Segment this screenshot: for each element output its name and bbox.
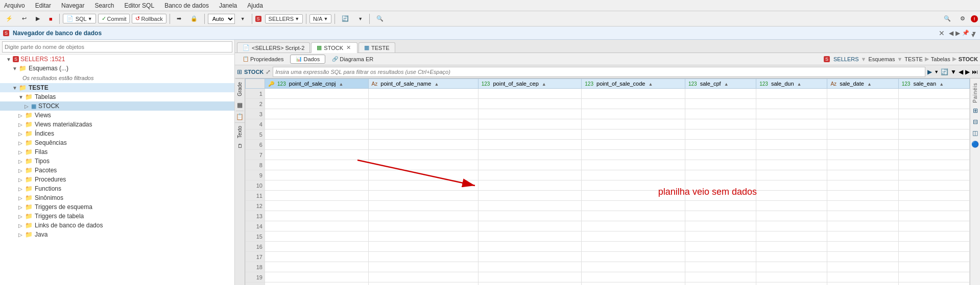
table-cell[interactable]: [478, 191, 582, 201]
texto-icon[interactable]: 🗒: [236, 141, 244, 151]
table-row[interactable]: 19: [246, 272, 970, 282]
table-cell[interactable]: [478, 180, 582, 191]
table-cell[interactable]: [582, 109, 685, 119]
table-cell[interactable]: [827, 150, 898, 160]
table-cell[interactable]: [685, 242, 756, 252]
breadcrumb-schemas[interactable]: Esquemas: [868, 56, 895, 62]
grid-view-icon[interactable]: ▦: [236, 99, 244, 111]
table-cell[interactable]: [756, 252, 827, 262]
grid-nav-right[interactable]: ▶: [965, 68, 970, 75]
table-cell[interactable]: [756, 242, 827, 252]
table-cell[interactable]: [756, 191, 827, 201]
tab-stock[interactable]: ▦ STOCK ✕: [311, 42, 357, 53]
table-cell[interactable]: [685, 252, 756, 262]
subtab-er[interactable]: 🔗 Diagrama ER: [326, 55, 379, 64]
object-search-input[interactable]: [2, 41, 232, 53]
table-cell[interactable]: [827, 191, 898, 201]
table-cell[interactable]: [368, 119, 478, 129]
menu-navegar[interactable]: Navegar: [59, 1, 86, 10]
table-cell[interactable]: [582, 89, 685, 99]
table-cell[interactable]: [898, 150, 969, 160]
table-cell[interactable]: [827, 119, 898, 129]
na-chevron-icon[interactable]: ▼: [323, 16, 328, 21]
table-row[interactable]: 17: [246, 252, 970, 262]
table-cell[interactable]: [265, 211, 368, 221]
table-cell[interactable]: [265, 129, 368, 140]
menu-janela[interactable]: Janela: [217, 1, 239, 10]
table-row[interactable]: 11: [246, 191, 970, 201]
menu-ajuda[interactable]: Ajuda: [245, 1, 265, 10]
table-cell[interactable]: [582, 282, 685, 286]
table-cell[interactable]: [827, 272, 898, 282]
table-cell[interactable]: [756, 109, 827, 119]
table-cell[interactable]: [265, 201, 368, 211]
tree-triggers-tabela[interactable]: ▷ 📁 Triggers de tabela: [0, 212, 234, 221]
search-filter-icon[interactable]: ▼: [970, 32, 976, 38]
col-date-sort[interactable]: ▲: [867, 82, 872, 87]
table-cell[interactable]: [265, 119, 368, 129]
table-cell[interactable]: [685, 129, 756, 140]
table-row[interactable]: 7: [246, 150, 970, 160]
table-cell[interactable]: [898, 109, 969, 119]
table-row[interactable]: 6: [246, 140, 970, 150]
table-cell[interactable]: [685, 140, 756, 150]
auto-dropdown[interactable]: ▼: [237, 15, 249, 23]
table-cell[interactable]: [478, 99, 582, 109]
table-cell[interactable]: [582, 99, 685, 109]
table-cell[interactable]: [478, 129, 582, 140]
table-cell[interactable]: [827, 170, 898, 180]
table-cell[interactable]: [368, 191, 478, 201]
table-cell[interactable]: [368, 99, 478, 109]
table-cell[interactable]: [368, 170, 478, 180]
table-cell[interactable]: [478, 282, 582, 286]
grade-label[interactable]: Grade: [236, 79, 244, 99]
table-cell[interactable]: [582, 231, 685, 242]
menu-banco-dados[interactable]: Banco de dados: [162, 1, 211, 10]
table-cell[interactable]: [898, 221, 969, 231]
tree-triggers-esquema[interactable]: ▷ 📁 Triggers de esquema: [0, 202, 234, 212]
table-cell[interactable]: [756, 211, 827, 221]
auto-select[interactable]: Auto: [208, 14, 235, 24]
tree-filas[interactable]: ▷ 📁 Filas: [0, 147, 234, 157]
table-cell[interactable]: [827, 252, 898, 262]
table-cell[interactable]: [478, 160, 582, 170]
table-cell[interactable]: [265, 109, 368, 119]
table-cell[interactable]: [368, 272, 478, 282]
table-cell[interactable]: [582, 160, 685, 170]
tree-java[interactable]: ▷ 📁 Java: [0, 230, 234, 239]
toolbar-arrow-btn[interactable]: ➡: [173, 14, 185, 23]
table-cell[interactable]: [827, 231, 898, 242]
table-cell[interactable]: [265, 221, 368, 231]
breadcrumb-teste[interactable]: TESTE: [904, 56, 922, 62]
table-row[interactable]: 20: [246, 282, 970, 286]
table-cell[interactable]: [756, 160, 827, 170]
table-cell[interactable]: [827, 99, 898, 109]
panels-icon-3[interactable]: ◫: [972, 129, 978, 137]
tree-pacotes[interactable]: ▷ 📁 Pacotes: [0, 166, 234, 175]
grid-nav-left[interactable]: ◀: [959, 68, 963, 75]
table-cell[interactable]: [265, 252, 368, 262]
col-point-of-sale-cep-header[interactable]: 123 point_of_sale_cep ▲: [478, 79, 582, 89]
table-cell[interactable]: [756, 231, 827, 242]
tab-teste[interactable]: ▦ TESTE: [358, 42, 395, 53]
table-cell[interactable]: [478, 109, 582, 119]
table-cell[interactable]: [582, 262, 685, 272]
table-cell[interactable]: [478, 150, 582, 160]
table-cell[interactable]: [827, 221, 898, 231]
table-cell[interactable]: [898, 129, 969, 140]
rollback-button[interactable]: ↺ Rollback: [132, 14, 166, 23]
col-sale-dun-header[interactable]: 123 sale_dun ▲: [756, 79, 827, 89]
panels-icon-1[interactable]: ⊞: [973, 107, 978, 114]
table-cell[interactable]: [478, 262, 582, 272]
table-cell[interactable]: [827, 160, 898, 170]
table-row[interactable]: 1: [246, 89, 970, 99]
table-cell[interactable]: [685, 211, 756, 221]
table-cell[interactable]: [898, 252, 969, 262]
tree-schemas[interactable]: ▼ 📁 Esquemas (...): [0, 64, 234, 73]
table-cell[interactable]: [827, 109, 898, 119]
table-row[interactable]: 4: [246, 119, 970, 129]
table-cell[interactable]: [898, 160, 969, 170]
table-cell[interactable]: [685, 160, 756, 170]
table-cell[interactable]: [582, 252, 685, 262]
table-cell[interactable]: [756, 201, 827, 211]
